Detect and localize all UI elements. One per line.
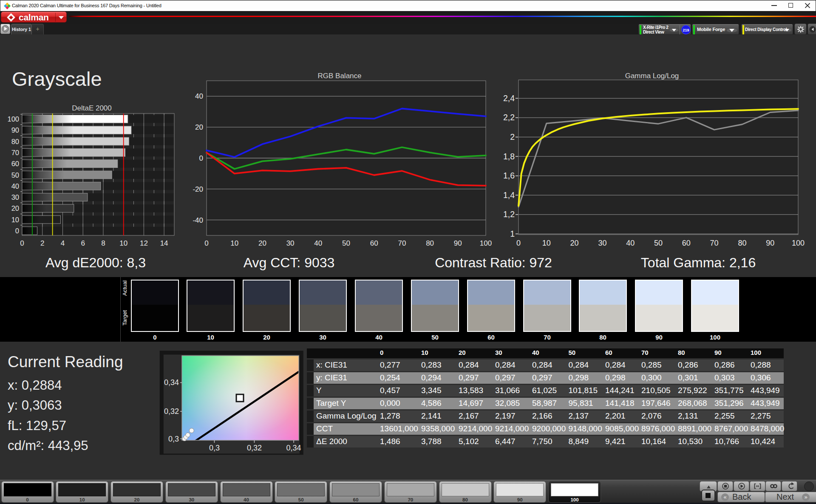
- svg-text:2,2: 2,2: [503, 113, 515, 122]
- svg-text:40: 40: [11, 182, 19, 190]
- svg-text:0: 0: [516, 239, 521, 247]
- svg-text:8: 8: [101, 239, 105, 247]
- svg-text:-20: -20: [193, 185, 203, 193]
- svg-text:90: 90: [11, 126, 19, 134]
- svg-text:50: 50: [11, 171, 19, 179]
- svg-text:4: 4: [61, 239, 65, 247]
- svg-text:50: 50: [342, 239, 350, 247]
- svg-text:100: 100: [480, 239, 492, 247]
- svg-text:20: 20: [195, 123, 203, 131]
- svg-text:50: 50: [654, 239, 663, 247]
- svg-text:0,34: 0,34: [164, 378, 179, 387]
- svg-text:90: 90: [766, 239, 774, 247]
- svg-text:60: 60: [370, 239, 378, 247]
- svg-text:0: 0: [204, 239, 208, 247]
- svg-text:20: 20: [570, 239, 579, 247]
- svg-text:60: 60: [11, 160, 19, 167]
- svg-text:10: 10: [542, 239, 551, 247]
- svg-text:10: 10: [11, 216, 19, 224]
- svg-text:20: 20: [11, 204, 19, 212]
- svg-text:90: 90: [454, 239, 462, 247]
- svg-text:30: 30: [598, 239, 606, 247]
- svg-text:1: 1: [510, 229, 515, 238]
- svg-text:10: 10: [230, 239, 238, 247]
- svg-text:40: 40: [314, 239, 322, 247]
- svg-text:30: 30: [286, 239, 295, 247]
- svg-text:80: 80: [738, 239, 746, 247]
- svg-text:1,6: 1,6: [503, 171, 515, 180]
- svg-text:100: 100: [792, 239, 805, 247]
- svg-text:0,3: 0,3: [168, 435, 179, 443]
- svg-text:14: 14: [160, 239, 168, 247]
- svg-text:40: 40: [195, 92, 203, 100]
- svg-text:2: 2: [40, 239, 44, 247]
- svg-text:60: 60: [682, 239, 691, 247]
- svg-text:0,34: 0,34: [286, 444, 301, 452]
- svg-text:70: 70: [710, 239, 719, 247]
- svg-text:0,32: 0,32: [164, 407, 179, 416]
- svg-text:DeltaE 2000: DeltaE 2000: [72, 104, 112, 112]
- svg-text:80: 80: [11, 138, 19, 145]
- svg-text:40: 40: [626, 239, 635, 247]
- svg-text:30: 30: [11, 193, 19, 201]
- svg-text:0,32: 0,32: [247, 444, 262, 452]
- svg-text:80: 80: [426, 239, 434, 247]
- svg-text:0,3: 0,3: [209, 444, 220, 452]
- svg-text:70: 70: [11, 149, 19, 156]
- svg-text:1,2: 1,2: [503, 210, 515, 219]
- svg-text:2,4: 2,4: [503, 93, 515, 103]
- svg-text:100: 100: [7, 115, 19, 123]
- svg-text:2: 2: [510, 132, 515, 142]
- svg-text:0: 0: [15, 227, 19, 235]
- svg-text:-40: -40: [193, 216, 203, 224]
- svg-text:RGB Balance: RGB Balance: [318, 72, 362, 80]
- svg-text:Gamma Log/Log: Gamma Log/Log: [625, 72, 679, 80]
- svg-text:0: 0: [20, 239, 24, 247]
- svg-text:70: 70: [398, 239, 406, 247]
- svg-text:12: 12: [140, 239, 148, 247]
- svg-text:6: 6: [81, 239, 85, 247]
- svg-text:1,8: 1,8: [503, 152, 515, 161]
- svg-text:20: 20: [258, 239, 266, 247]
- svg-text:10: 10: [119, 239, 128, 247]
- svg-text:0: 0: [199, 154, 203, 162]
- svg-text:1,4: 1,4: [503, 190, 515, 200]
